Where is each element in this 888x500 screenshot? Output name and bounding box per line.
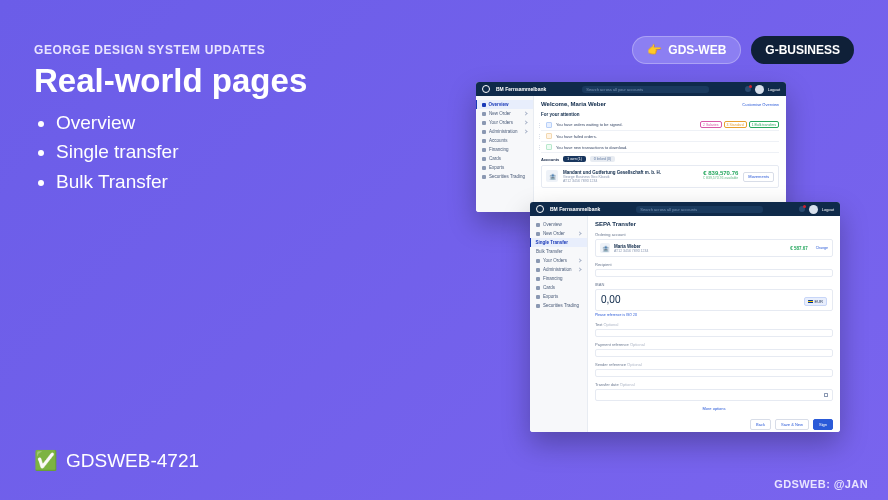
sidebar-item: Bulk Transfer <box>530 247 587 256</box>
tag-web-label: GDS-WEB <box>668 43 726 57</box>
page-title: Real-world pages <box>34 62 307 100</box>
sidebar-item: Your Orders <box>530 256 587 265</box>
welcome-text: Welcome, Maria Weber <box>541 101 606 107</box>
bullet-item: Bulk Transfer <box>56 167 179 196</box>
form-footer: Back Save & New Sign <box>595 419 833 430</box>
mockups-container: BM Fernsammelbank Search across all your… <box>420 82 870 452</box>
ordering-label: Ordering account <box>595 232 833 237</box>
text-label: Text Optional <box>595 322 833 327</box>
pointing-emoji: 👉 <box>647 43 662 57</box>
sidebar-item: Financing <box>530 274 587 283</box>
attention-title: For your attention <box>541 112 779 117</box>
customize-link: Customise Overview <box>742 102 779 107</box>
tag-biz-label: G-BUSINESS <box>765 43 840 57</box>
sidebar-item: Overview <box>476 100 533 109</box>
mock-sidebar: Overview New Order Single Transfer Bulk … <box>530 216 588 432</box>
text-field <box>595 329 833 337</box>
sidebar-item: Exports <box>476 163 533 172</box>
sidebar-item: Single Transfer <box>530 238 587 247</box>
pagination-dots: ⋮ <box>537 122 542 128</box>
date-field <box>595 389 833 401</box>
amount-field: 0,00 EUR <box>595 289 833 311</box>
alert-row: ⋮ You have failed orders. <box>541 131 779 142</box>
mock-main: SEPA Transfer Ordering account 🏦 Maria W… <box>588 216 840 432</box>
mockup-transfer: BM Fernsammelbank Search across all your… <box>530 202 840 432</box>
search-bar: Search across all your accounts <box>636 206 762 213</box>
bell-icon <box>745 86 751 92</box>
sidebar-item: Your Orders <box>476 118 533 127</box>
sign-button: Sign <box>813 419 833 430</box>
sidebar-item: Overview <box>530 220 587 229</box>
tags-group: 👉 GDS-WEB G-BUSINESS <box>632 36 854 64</box>
sidebar-item: Financing <box>476 145 533 154</box>
payref-field <box>595 349 833 357</box>
brand-name: BM Fernsammelbank <box>496 86 546 92</box>
logout-link: Logout <box>768 87 780 92</box>
author-credit: GDSWEB: @JAN <box>774 478 868 490</box>
failed-icon <box>546 133 552 139</box>
tag-gds-web: 👉 GDS-WEB <box>632 36 741 64</box>
bullet-list: Overview Single transfer Bulk Transfer <box>56 108 179 196</box>
brand-name: BM Fernsammelbank <box>550 206 600 212</box>
back-button: Back <box>750 419 771 430</box>
bell-icon <box>799 206 805 212</box>
alert-row: ⋮ You have new transactions to download. <box>541 142 779 153</box>
movements-button: Movements <box>743 172 774 182</box>
tag-g-business: G-BUSINESS <box>751 36 854 64</box>
account-icon: 🏦 <box>546 170 558 182</box>
sidebar-item: New Order <box>530 229 587 238</box>
sidebar-item: Accounts <box>476 136 533 145</box>
transfer-title: SEPA Transfer <box>595 221 833 227</box>
sidebar-item: Exports <box>530 292 587 301</box>
account-icon: 🏦 <box>600 243 610 253</box>
calendar-icon <box>824 393 828 397</box>
mock-topbar: BM Fernsammelbank Search across all your… <box>530 202 840 216</box>
avatar-icon <box>755 85 764 94</box>
sidebar-item: Administration <box>530 265 587 274</box>
download-icon <box>546 144 552 150</box>
bullet-item: Overview <box>56 108 179 137</box>
date-label: Transfer date Optional <box>595 382 833 387</box>
tab-linked: 0 linked (0) <box>590 156 615 162</box>
mock-topbar: BM Fernsammelbank Search across all your… <box>476 82 786 96</box>
ordering-account-card: 🏦 Maria Weber AT12 3456 7890 1234 € 587.… <box>595 239 833 257</box>
ticket-badge: ✅ GDSWEB-4721 <box>34 449 199 472</box>
search-bar: Search across all your accounts <box>582 86 708 93</box>
iban-label: IBAN <box>595 282 833 287</box>
ticket-id: GDSWEB-4721 <box>66 450 199 472</box>
sidebar-item: Cards <box>530 283 587 292</box>
sidebar-item: New Order <box>476 109 533 118</box>
recipient-field <box>595 269 833 277</box>
logout-link: Logout <box>822 207 834 212</box>
recipient-label: Recipient <box>595 262 833 267</box>
sidebar-item: Securities Trading <box>476 172 533 181</box>
mockup-overview: BM Fernsammelbank Search across all your… <box>476 82 786 212</box>
change-link: Change <box>816 246 828 250</box>
accounts-title: Accounts <box>541 157 559 162</box>
check-emoji: ✅ <box>34 449 58 472</box>
sidebar-item: Cards <box>476 154 533 163</box>
logo-icon <box>482 85 490 93</box>
sidebar-item: Securities Trading <box>530 301 587 310</box>
eu-flag-icon <box>808 300 813 304</box>
payref-label: Payment reference Optional <box>595 342 833 347</box>
currency-badge: EUR <box>804 297 827 306</box>
more-options-link: More options <box>702 406 725 411</box>
sendref-field <box>595 369 833 377</box>
logo-icon <box>536 205 544 213</box>
sendref-label: Sender reference Optional <box>595 362 833 367</box>
save-new-button: Save & New <box>775 419 809 430</box>
sidebar-item: Administration <box>476 127 533 136</box>
bullet-item: Single transfer <box>56 137 179 166</box>
mock-sidebar: Overview New Order Your Orders Administr… <box>476 96 534 212</box>
mock-main: Welcome, Maria Weber Customise Overview … <box>534 96 786 212</box>
reference-hint: Please reference is ISO 20 <box>595 313 833 317</box>
tab-own: 1 own (1) <box>563 156 586 162</box>
eyebrow-text: GEORGE DESIGN SYSTEM UPDATES <box>34 43 265 57</box>
sign-icon <box>546 122 552 128</box>
alert-row: ⋮ You have orders waiting to be signed. … <box>541 119 779 131</box>
account-card: 🏦 Mandant und Gutfertung Gesellschaft m.… <box>541 165 779 188</box>
avatar-icon <box>809 205 818 214</box>
